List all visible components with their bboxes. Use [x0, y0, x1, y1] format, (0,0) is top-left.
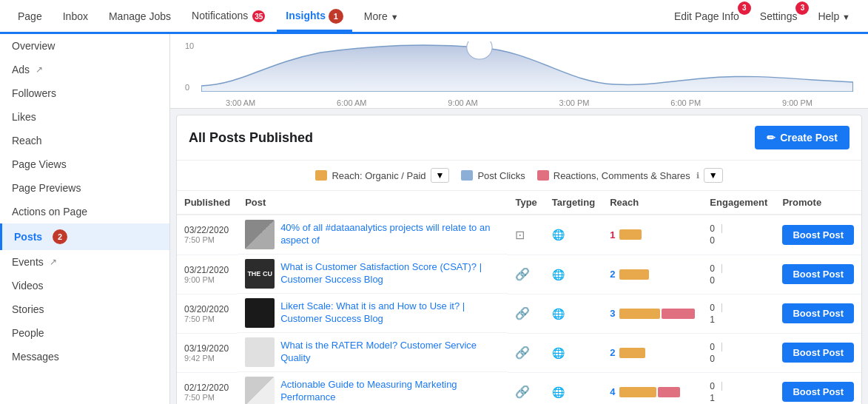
nav-settings[interactable]: Settings 3 [751, 4, 807, 28]
cell-targeting-1: 🌐 [545, 215, 602, 255]
reach-value-5: 4 [610, 386, 615, 397]
engagement-divider-top-3 [721, 303, 722, 312]
nav-left: Page Inbox Manage Jobs Notifications 35 … [9, 3, 408, 30]
post-thumbnail-2: THE CU [245, 259, 275, 289]
cell-post-5: Actionable Guide to Measuring Marketing … [238, 372, 508, 404]
nav-page[interactable]: Page [9, 4, 51, 28]
sidebar-item-likes[interactable]: Likes [0, 105, 169, 129]
nav-more[interactable]: More ▼ [355, 4, 408, 28]
main-layout: Overview Ads ↗ Followers Likes Reach Pag… [0, 34, 868, 404]
insights-active-badge: 1 [329, 9, 343, 24]
sidebar-item-posts[interactable]: Posts 2 [0, 223, 169, 250]
post-link-4[interactable]: What is the RATER Model? Customer Servic… [280, 340, 500, 365]
table-header-row: Published Post Type Targeting Reach Enga… [177, 191, 861, 215]
cell-reach-4: 2 [602, 333, 702, 372]
col-targeting: Targeting [545, 191, 602, 215]
engagement-divider-top-5 [721, 382, 722, 391]
chart-area: 10 0 [170, 34, 868, 109]
reach-dropdown-button[interactable]: ▼ [431, 168, 450, 183]
nav-insights[interactable]: Insights 1 [277, 3, 352, 32]
boost-button-3[interactable]: Boost Post [782, 303, 854, 323]
chart-x-labels: 3:00 AM 6:00 AM 9:00 AM 3:00 PM 6:00 PM … [185, 97, 853, 107]
sidebar-item-people[interactable]: People [0, 321, 169, 345]
top-nav: Page Inbox Manage Jobs Notifications 35 … [0, 0, 868, 34]
reach-value-4: 2 [610, 347, 615, 358]
globe-icon-1: 🌐 [552, 229, 565, 240]
cell-type-2: 🔗 [508, 255, 544, 294]
post-link-5[interactable]: Actionable Guide to Measuring Marketing … [280, 379, 500, 404]
bar-orange-5 [619, 387, 656, 397]
create-post-button[interactable]: ✏ Create Post [755, 126, 850, 149]
nav-notifications[interactable]: Notifications 35 [183, 4, 274, 28]
reactions-swatch [537, 170, 549, 181]
cell-engagement-2: 0 0 [702, 255, 775, 294]
legend-bar: Reach: Organic / Paid ▼ Post Clicks Reac… [177, 161, 861, 191]
engagement-divider-top-4 [721, 343, 722, 351]
ads-external-icon: ↗ [36, 64, 43, 75]
table-row: 03/19/2020 9:42 PM What is the RATER Mod… [177, 333, 861, 372]
engagement-divider-top-1 [721, 224, 722, 233]
reach-value-3: 3 [610, 308, 615, 319]
post-link-1[interactable]: 40% of all #dataanalytics projects will … [280, 222, 500, 247]
boost-button-2[interactable]: Boost Post [782, 264, 854, 284]
sidebar-item-videos[interactable]: Videos [0, 274, 169, 297]
bar-container-3 [619, 309, 695, 319]
cell-engagement-4: 0 0 [702, 333, 775, 372]
nav-manage-jobs[interactable]: Manage Jobs [100, 4, 180, 28]
bar-pink-3 [662, 309, 695, 319]
nav-inbox[interactable]: Inbox [54, 4, 97, 28]
sidebar-item-ads[interactable]: Ads ↗ [0, 58, 169, 81]
sidebar-item-followers[interactable]: Followers [0, 81, 169, 105]
cell-promote-4: Boost Post [775, 333, 861, 372]
posts-active-badge: 2 [53, 229, 67, 244]
sidebar-item-messages[interactable]: Messages [0, 345, 169, 368]
sidebar: Overview Ads ↗ Followers Likes Reach Pag… [0, 34, 170, 404]
bar-container-4 [619, 348, 645, 358]
post-thumbnail-1 [245, 220, 275, 249]
col-reach: Reach [602, 191, 702, 215]
type-icon-5: 🔗 [515, 386, 530, 398]
col-post: Post [238, 191, 508, 215]
cell-date-5: 02/12/2020 7:50 PM [177, 372, 238, 404]
col-published: Published [177, 191, 238, 215]
sidebar-item-page-previews[interactable]: Page Previews [0, 176, 169, 200]
boost-button-5[interactable]: Boost Post [782, 382, 854, 402]
reactions-dropdown-button[interactable]: ▼ [704, 168, 723, 183]
cell-targeting-4: 🌐 [545, 333, 602, 372]
cell-engagement-3: 0 1 [702, 294, 775, 333]
bar-container-5 [619, 387, 680, 397]
cell-type-4: 🔗 [508, 333, 544, 372]
cell-engagement-1: 0 0 [702, 215, 775, 255]
sidebar-item-actions-on-page[interactable]: Actions on Page [0, 200, 169, 223]
main-content: 10 0 [170, 34, 868, 404]
engagement-divider-top-2 [721, 264, 722, 273]
globe-icon-3: 🌐 [552, 308, 565, 320]
post-link-3[interactable]: Likert Scale: What it is and How to Use … [280, 300, 500, 326]
cell-engagement-5: 0 1 [702, 372, 775, 404]
sidebar-item-page-views[interactable]: Page Views [0, 152, 169, 176]
sidebar-item-events[interactable]: Events ↗ [0, 250, 169, 274]
nav-help[interactable]: Help ▼ [809, 4, 859, 28]
bar-pink-5 [658, 387, 680, 397]
sidebar-item-overview[interactable]: Overview [0, 34, 169, 58]
posts-section: All Posts Published ✏ Create Post Reach:… [176, 115, 862, 404]
cell-promote-3: Boost Post [775, 294, 861, 333]
nav-edit-page[interactable]: Edit Page Info 3 [665, 4, 748, 28]
legend-post-clicks: Post Clicks [461, 170, 525, 181]
post-link-2[interactable]: What is Customer Satisfaction Score (CSA… [280, 261, 500, 286]
sidebar-item-reach[interactable]: Reach [0, 129, 169, 152]
cell-type-3: 🔗 [508, 294, 544, 333]
table-row: 02/12/2020 7:50 PM Actionable Guide to M… [177, 372, 861, 404]
pencil-icon: ✏ [767, 132, 776, 144]
cell-post-3: Likert Scale: What it is and How to Use … [238, 294, 508, 333]
boost-button-4[interactable]: Boost Post [782, 343, 854, 363]
help-dropdown-icon: ▼ [842, 13, 850, 21]
post-clicks-swatch [461, 170, 473, 181]
reach-value-2: 2 [610, 269, 615, 280]
legend-reactions: Reactions, Comments & Shares ℹ ▼ [537, 168, 723, 183]
chart-svg [201, 41, 853, 92]
sidebar-item-stories[interactable]: Stories [0, 297, 169, 321]
post-thumbnail-5 [245, 377, 275, 404]
boost-button-1[interactable]: Boost Post [782, 225, 854, 245]
cell-post-1: 40% of all #dataanalytics projects will … [238, 215, 508, 255]
